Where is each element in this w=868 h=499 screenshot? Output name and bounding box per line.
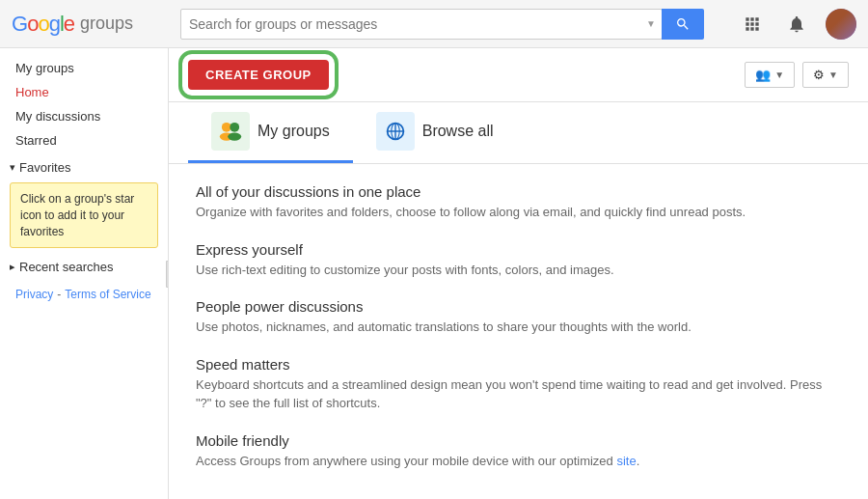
search-bar-container: ▼: [180, 9, 663, 40]
svg-point-3: [228, 132, 241, 140]
feature-express: Express yourself Use rich-text editing t…: [196, 241, 841, 280]
gear-settings-button[interactable]: ⚙ ▼: [802, 62, 849, 88]
feature-mobile-title: Mobile friendly: [196, 432, 841, 449]
sidebar: ▸ My groups Home My discussions Starred …: [0, 48, 169, 499]
people-dropdown-icon: ▼: [774, 69, 784, 80]
browse-all-icon: [382, 118, 409, 145]
sidebar-item-starred[interactable]: Starred: [0, 128, 168, 152]
feature-speed: Speed matters Keyboard shortcuts and a s…: [196, 356, 841, 413]
google-logo: Google: [12, 12, 74, 37]
sidebar-item-my-discussions[interactable]: My discussions: [0, 104, 168, 128]
favorites-section-header[interactable]: ▾ Favorites: [0, 152, 168, 179]
recent-searches-header[interactable]: ▸ Recent searches: [0, 252, 168, 278]
search-icon: [675, 16, 691, 32]
apps-button[interactable]: [737, 9, 768, 40]
feature-mobile: Mobile friendly Access Groups from anywh…: [196, 432, 841, 471]
sidebar-item-starred-label: Starred: [15, 133, 57, 148]
feature-express-desc: Use rich-text editing to customize your …: [196, 261, 841, 280]
logo-groups-text: groups: [80, 14, 133, 34]
favorites-tooltip: Click on a group's star icon to add it t…: [10, 182, 158, 248]
tab-bar: My groups Browse all: [169, 102, 868, 164]
recent-searches-label: Recent searches: [19, 260, 114, 274]
logo-g: G: [12, 12, 27, 37]
notifications-button[interactable]: [781, 9, 812, 40]
svg-point-2: [230, 123, 239, 132]
mobile-site-link[interactable]: site: [616, 454, 636, 468]
logo-area: Google groups: [12, 12, 180, 37]
people-settings-button[interactable]: 👥 ▼: [745, 62, 795, 88]
welcome-content: All of your discussions in one place Org…: [169, 164, 868, 499]
people-icon: 👥: [755, 68, 771, 82]
content-area: CREATE GROUP 👥 ▼ ⚙ ▼: [169, 48, 868, 499]
tab-browse-all-label: Browse all: [422, 123, 494, 140]
feature-mobile-desc: Access Groups from anywhere using your m…: [196, 452, 841, 471]
browse-all-tab-icon: [376, 112, 415, 151]
privacy-link[interactable]: Privacy: [15, 288, 53, 301]
logo-g2: g: [49, 12, 60, 37]
sidebar-item-home-label: Home: [15, 85, 49, 99]
privacy-separator: -: [57, 288, 61, 301]
feature-speed-desc: Keyboard shortcuts and a streamlined des…: [196, 375, 841, 413]
sidebar-item-my-groups-label: My groups: [15, 61, 74, 75]
sidebar-item-home[interactable]: Home: [0, 80, 168, 104]
feature-discussions-desc: Organize with favorites and folders, cho…: [196, 203, 841, 222]
favorites-tooltip-text: Click on a group's star icon to add it t…: [20, 192, 134, 238]
search-dropdown-icon[interactable]: ▼: [640, 18, 662, 29]
feature-people-power: People power discussions Use photos, nic…: [196, 298, 841, 337]
search-input[interactable]: [181, 16, 640, 32]
sidebar-collapse-button[interactable]: ▸: [166, 261, 169, 288]
feature-people-power-desc: Use photos, nicknames, and automatic tra…: [196, 318, 841, 337]
sidebar-item-my-groups[interactable]: My groups: [0, 56, 168, 80]
feature-discussions-title: All of your discussions in one place: [196, 183, 841, 200]
favorites-arrow-icon: ▾: [10, 161, 15, 174]
header-icons: [737, 9, 856, 40]
avatar-image: [826, 9, 856, 40]
feature-people-power-title: People power discussions: [196, 298, 841, 315]
favorites-section-label: Favorites: [19, 160, 70, 175]
logo-o2: o: [38, 12, 48, 37]
bell-icon: [787, 14, 806, 34]
logo-e: e: [64, 12, 74, 37]
tab-browse-all[interactable]: Browse all: [353, 102, 517, 163]
search-button[interactable]: [662, 9, 704, 40]
create-group-button[interactable]: CREATE GROUP: [188, 60, 329, 90]
feature-mobile-desc-prefix: Access Groups from anywhere using your m…: [196, 454, 616, 468]
tab-my-groups[interactable]: My groups: [188, 102, 353, 163]
feature-mobile-desc-suffix: .: [637, 454, 640, 468]
sidebar-item-my-discussions-label: My discussions: [15, 109, 100, 124]
toolbar-right: 👥 ▼ ⚙ ▼: [745, 62, 849, 88]
terms-link[interactable]: Terms of Service: [65, 288, 150, 301]
my-groups-tab-icon: [211, 112, 250, 151]
feature-express-title: Express yourself: [196, 241, 841, 258]
feature-speed-title: Speed matters: [196, 356, 841, 373]
avatar[interactable]: [826, 9, 856, 40]
tab-my-groups-label: My groups: [258, 123, 330, 140]
toolbar: CREATE GROUP 👥 ▼ ⚙ ▼: [169, 48, 868, 102]
logo-o1: o: [27, 12, 38, 37]
gear-icon: ⚙: [813, 68, 825, 82]
header: Google groups ▼: [0, 0, 868, 48]
svg-point-0: [222, 123, 231, 132]
apps-icon: [743, 14, 762, 34]
recent-searches-arrow-icon: ▸: [10, 261, 15, 273]
main-layout: ▸ My groups Home My discussions Starred …: [0, 48, 868, 499]
feature-discussions: All of your discussions in one place Org…: [196, 183, 841, 222]
my-groups-icon: [217, 118, 244, 145]
gear-dropdown-icon: ▼: [828, 69, 838, 80]
sidebar-privacy: Privacy - Terms of Service: [0, 278, 168, 311]
